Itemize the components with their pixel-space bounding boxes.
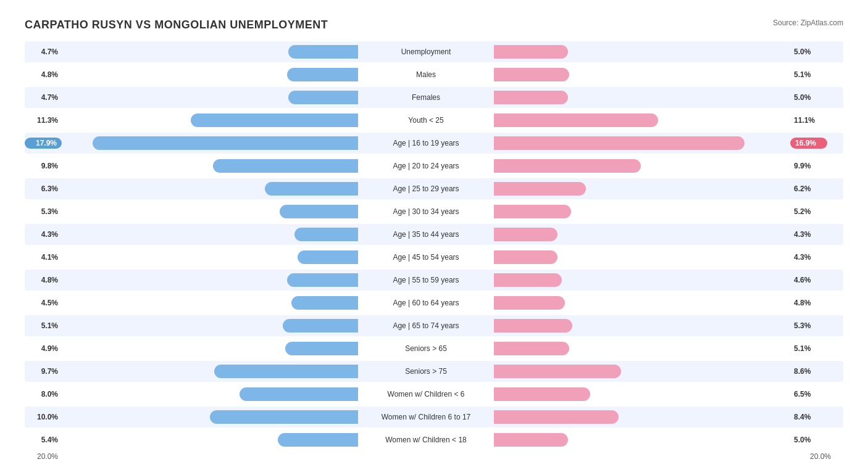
chart-row: 9.7%Seniors > 758.6%	[25, 361, 843, 382]
left-bar-area	[62, 365, 358, 378]
left-value: 4.9%	[25, 344, 62, 353]
right-value: 5.0%	[790, 436, 827, 444]
right-bar	[494, 68, 569, 81]
row-label: Women w/ Children 6 to 17	[358, 413, 494, 421]
left-bar-area	[62, 342, 358, 355]
left-value: 9.8%	[25, 162, 62, 170]
row-label: Age | 30 to 34 years	[358, 207, 494, 216]
row-label: Age | 60 to 64 years	[358, 299, 494, 307]
left-bar-area	[62, 182, 358, 196]
right-bar-area	[494, 91, 790, 104]
left-bar	[291, 296, 358, 310]
chart-header: CARPATHO RUSYN VS MONGOLIAN UNEMPLOYMENT…	[25, 19, 843, 31]
left-bar	[288, 91, 358, 104]
right-bar	[494, 387, 590, 401]
left-bar	[265, 182, 358, 196]
row-label: Age | 65 to 74 years	[358, 321, 494, 330]
right-value: 6.2%	[790, 184, 827, 193]
chart-row: 5.1%Age | 65 to 74 years5.3%	[25, 315, 843, 336]
right-value: 5.1%	[790, 70, 827, 79]
right-value: 4.3%	[790, 230, 827, 239]
axis-right-label: 20.0%	[806, 452, 843, 461]
right-value: 9.9%	[790, 162, 827, 170]
left-bar-area	[62, 228, 358, 241]
left-value: 5.3%	[25, 207, 62, 216]
left-value: 5.4%	[25, 436, 62, 444]
right-bar	[494, 250, 557, 264]
chart-row: 5.3%Age | 30 to 34 years5.2%	[25, 201, 843, 222]
left-bar-area	[62, 91, 358, 104]
right-value: 16.9%	[790, 138, 827, 149]
row-label: Age | 16 to 19 years	[358, 139, 494, 147]
left-value: 4.3%	[25, 230, 62, 239]
left-bar-area	[62, 319, 358, 333]
chart-row: 4.3%Age | 35 to 44 years4.3%	[25, 224, 843, 245]
chart-row: 8.0%Women w/ Children < 66.5%	[25, 384, 843, 405]
right-bar-area	[494, 410, 790, 424]
row-label: Age | 25 to 29 years	[358, 184, 494, 193]
chart-row: 4.1%Age | 45 to 54 years4.3%	[25, 247, 843, 268]
chart-row: 4.8%Age | 55 to 59 years4.6%	[25, 270, 843, 291]
right-bar-area	[494, 228, 790, 241]
right-bar-area	[494, 319, 790, 333]
left-bar-area	[62, 387, 358, 401]
row-label: Age | 35 to 44 years	[358, 230, 494, 239]
chart-row: 4.7%Unemployment5.0%	[25, 41, 843, 62]
chart-row: 4.9%Seniors > 655.1%	[25, 338, 843, 359]
left-value: 10.0%	[25, 413, 62, 421]
left-bar	[278, 433, 358, 447]
right-value: 5.3%	[790, 321, 827, 330]
right-bar-area	[494, 182, 790, 196]
left-bar-area	[62, 205, 358, 218]
left-bar	[280, 205, 358, 218]
left-bar-area	[62, 433, 358, 447]
left-bar	[214, 365, 358, 378]
row-label: Seniors > 75	[358, 367, 494, 376]
left-bar	[93, 136, 358, 150]
right-bar	[494, 365, 621, 378]
right-value: 8.4%	[790, 413, 827, 421]
left-value: 11.3%	[25, 116, 62, 125]
left-bar	[287, 273, 358, 287]
right-bar-area	[494, 45, 790, 59]
right-bar-area	[494, 273, 790, 287]
right-bar-area	[494, 68, 790, 81]
row-label: Women w/ Children < 6	[358, 390, 494, 399]
row-label: Age | 45 to 54 years	[358, 253, 494, 262]
chart-container: CARPATHO RUSYN VS MONGOLIAN UNEMPLOYMENT…	[12, 12, 856, 467]
left-bar	[213, 159, 358, 173]
right-bar-area	[494, 250, 790, 264]
right-bar	[494, 342, 569, 355]
left-bar-area	[62, 45, 358, 59]
right-bar-area	[494, 114, 790, 127]
chart-row: 11.3%Youth < 2511.1%	[25, 110, 843, 131]
left-bar-area	[62, 159, 358, 173]
row-label: Age | 20 to 24 years	[358, 162, 494, 170]
right-bar-area	[494, 159, 790, 173]
right-bar	[494, 319, 572, 333]
left-value: 4.8%	[25, 70, 62, 79]
right-bar	[494, 205, 571, 218]
left-value: 4.7%	[25, 48, 62, 56]
right-value: 4.3%	[790, 253, 827, 262]
right-value: 5.1%	[790, 344, 827, 353]
row-label: Age | 55 to 59 years	[358, 276, 494, 284]
chart-row: 4.8%Males5.1%	[25, 64, 843, 85]
right-bar-area	[494, 387, 790, 401]
right-bar	[494, 433, 568, 447]
left-bar-area	[62, 136, 358, 150]
right-bar	[494, 136, 745, 150]
right-value: 8.6%	[790, 367, 827, 376]
axis-left-label: 20.0%	[25, 452, 62, 461]
right-bar-area	[494, 205, 790, 218]
left-bar	[285, 342, 358, 355]
right-bar	[494, 228, 557, 241]
right-value: 5.2%	[790, 207, 827, 216]
left-value: 4.8%	[25, 276, 62, 284]
right-bar	[494, 91, 568, 104]
left-value: 17.9%	[25, 138, 62, 149]
left-bar	[283, 319, 358, 333]
right-bar-area	[494, 342, 790, 355]
chart-row: 10.0%Women w/ Children 6 to 178.4%	[25, 407, 843, 428]
left-bar	[210, 410, 358, 424]
